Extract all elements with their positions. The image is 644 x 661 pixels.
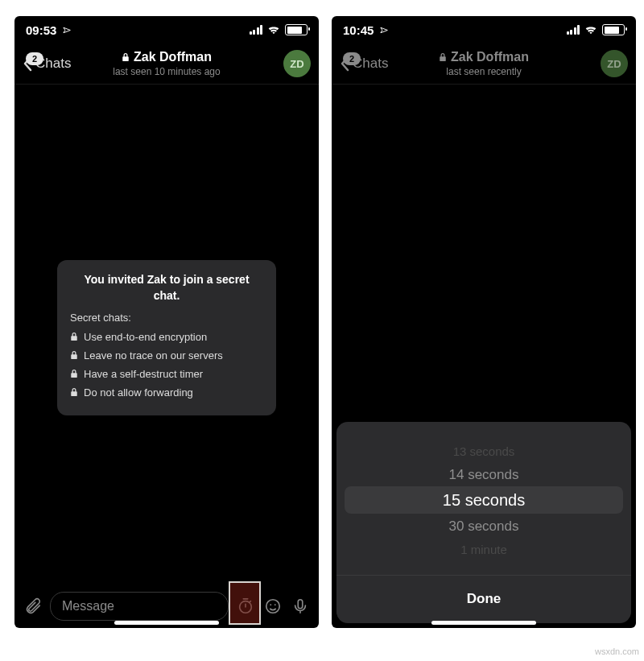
lock-icon [70,332,78,341]
phone-right: 10:45 2 Chats Zak Doffman last seen rece… [332,16,636,628]
bubble-item: Leave no trace on our servers [70,349,263,364]
picker-option[interactable]: 14 seconds [336,467,631,483]
status-bar: 10:45 [332,16,636,43]
chat-body: You invited Zak to join a secret chat. S… [14,85,319,585]
lock-icon [70,350,78,360]
mic-icon[interactable] [290,596,311,617]
bubble-item: Use end-to-end encryption [70,330,263,345]
picker-option[interactable]: 13 seconds [336,444,631,458]
home-indicator [431,621,536,625]
nav-bar: 2 Chats Zak Doffman last seen recently Z… [332,43,636,85]
location-arrow-icon [58,22,74,38]
avatar[interactable]: ZD [601,50,628,77]
wifi-icon [584,25,597,35]
battery-icon [602,24,625,35]
svg-rect-4 [298,600,303,609]
picker-option[interactable]: 1 minute [336,543,631,556]
message-input[interactable]: Message [50,592,229,621]
picker-option-selected[interactable]: 15 seconds [336,491,631,510]
bubble-headline: You invited Zak to join a secret chat. [70,271,263,304]
svg-point-2 [270,604,271,605]
home-indicator [114,621,219,625]
cellular-icon [250,25,263,35]
cellular-icon [567,25,580,35]
bubble-item: Do not allow forwarding [70,386,263,401]
bubble-subtitle: Secret chats: [70,311,263,326]
battery-icon [285,24,308,35]
svg-point-3 [275,604,276,605]
lock-icon [70,369,78,378]
watermark: wsxdn.com [595,647,639,656]
unread-badge: 2 [26,52,43,65]
chat-title: Zak Doffman [134,50,212,64]
back-button[interactable]: 2 Chats [340,56,388,72]
status-time: 10:45 [343,23,374,37]
picker-wheel[interactable]: 13 seconds 14 seconds 15 seconds 30 seco… [336,422,631,575]
status-time: 09:53 [26,23,56,37]
lock-icon [122,52,130,62]
svg-point-1 [266,600,280,613]
timer-icon[interactable] [235,596,256,617]
done-button[interactable]: Done [336,575,631,622]
avatar[interactable]: ZD [283,50,311,77]
location-arrow-icon [375,22,391,38]
back-button[interactable]: 2 Chats [23,56,71,72]
lock-icon [70,387,78,397]
self-destruct-picker[interactable]: 13 seconds 14 seconds 15 seconds 30 seco… [336,422,631,623]
attach-icon[interactable] [23,596,43,617]
sticker-icon[interactable] [262,596,283,617]
phone-left: 09:53 2 Chats Zak Doffman last seen 10 m… [14,16,319,628]
lock-icon [439,52,447,62]
nav-bar: 2 Chats Zak Doffman last seen 10 minutes… [14,43,319,85]
status-bar: 09:53 [14,16,319,43]
chat-body: 13 seconds 14 seconds 15 seconds 30 seco… [332,85,636,628]
chat-title: Zak Doffman [451,50,529,64]
picker-option[interactable]: 30 seconds [336,518,631,535]
bubble-item: Have a self-destruct timer [70,367,263,382]
secret-chat-info-bubble: You invited Zak to join a secret chat. S… [57,260,276,415]
unread-badge: 2 [343,52,361,65]
wifi-icon [267,25,280,35]
